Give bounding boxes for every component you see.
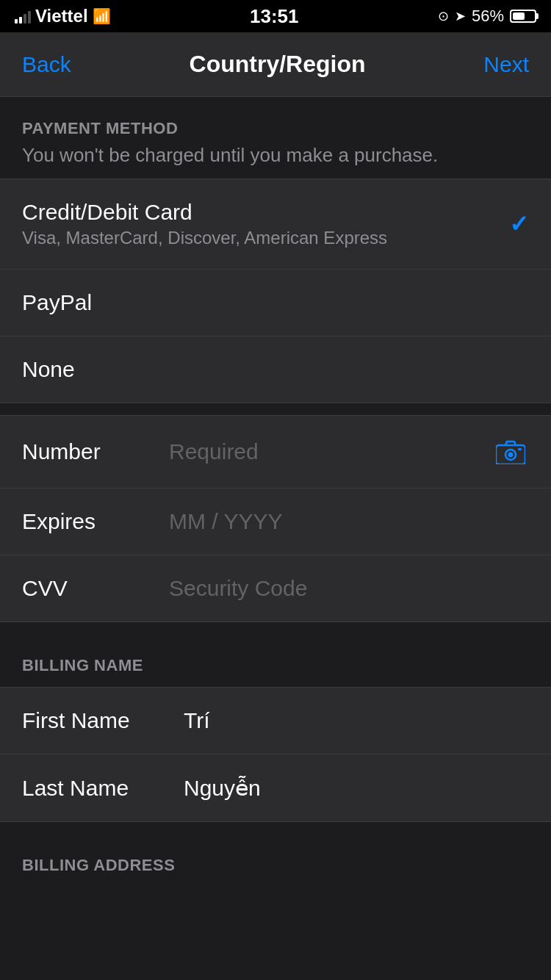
card-expires-input[interactable]: MM / YYYY	[154, 509, 529, 534]
billing-name-title: BILLING NAME	[22, 656, 529, 675]
credit-card-info: Credit/Debit Card Visa, MasterCard, Disc…	[22, 200, 387, 248]
nav-title: Country/Region	[190, 51, 366, 78]
paypal-title: PayPal	[22, 290, 92, 315]
next-button[interactable]: Next	[483, 52, 529, 77]
card-expires-label: Expires	[22, 509, 154, 534]
card-cvv-label: CVV	[22, 576, 154, 601]
payment-method-title: PAYMENT METHOD	[22, 119, 529, 138]
svg-rect-3	[518, 448, 522, 450]
card-cvv-row[interactable]: CVV Security Code	[0, 555, 551, 621]
battery-icon	[510, 10, 536, 23]
back-button[interactable]: Back	[22, 52, 71, 77]
card-number-row[interactable]: Number Required	[0, 416, 551, 489]
last-name-row[interactable]: Last Name Nguyễn	[0, 754, 551, 821]
credit-card-subtitle: Visa, MasterCard, Discover, American Exp…	[22, 228, 387, 248]
first-name-row[interactable]: First Name Trí	[0, 688, 551, 754]
none-title: None	[22, 357, 75, 382]
wifi-icon: 📶	[93, 7, 111, 25]
card-fields-group: Number Required Expires MM / YYYY CVV Se…	[0, 415, 551, 622]
billing-name-fields: First Name Trí Last Name Nguyễn	[0, 687, 551, 822]
credit-card-checkmark: ✓	[509, 210, 529, 238]
nav-bar: Back Country/Region Next	[0, 32, 551, 97]
card-number-label: Number	[22, 439, 154, 464]
first-name-label: First Name	[22, 708, 169, 733]
signal-icon	[15, 9, 31, 24]
paypal-info: PayPal	[22, 290, 92, 315]
last-name-value[interactable]: Nguyễn	[169, 775, 529, 801]
svg-point-2	[508, 453, 514, 458]
first-name-value[interactable]: Trí	[169, 708, 529, 733]
billing-address-title: BILLING ADDRESS	[22, 856, 529, 875]
payment-options-list: Credit/Debit Card Visa, MasterCard, Disc…	[0, 179, 551, 403]
carrier-label: Viettel	[35, 6, 88, 26]
last-name-label: Last Name	[22, 776, 169, 801]
credit-card-title: Credit/Debit Card	[22, 200, 387, 225]
battery-percent: 56%	[472, 7, 504, 26]
time-label: 13:51	[250, 5, 299, 28]
billing-name-header: BILLING NAME	[0, 634, 551, 687]
card-number-input[interactable]: Required	[154, 439, 492, 464]
payment-method-subtitle: You won't be charged until you make a pu…	[22, 144, 529, 167]
gps-icon: ➤	[455, 8, 466, 24]
status-bar: Viettel 📶 13:51 ⊙ ➤ 56%	[0, 0, 551, 32]
payment-option-credit-card[interactable]: Credit/Debit Card Visa, MasterCard, Disc…	[0, 179, 551, 270]
payment-method-header: PAYMENT METHOD You won't be charged unti…	[0, 97, 551, 179]
payment-option-none[interactable]: None	[0, 336, 551, 403]
none-info: None	[22, 357, 75, 382]
card-expires-row[interactable]: Expires MM / YYYY	[0, 489, 551, 555]
billing-address-header: BILLING ADDRESS	[0, 834, 551, 887]
status-left: Viettel 📶	[15, 6, 111, 26]
location-icon: ⊙	[438, 8, 449, 24]
status-right: ⊙ ➤ 56%	[438, 7, 536, 26]
payment-option-paypal[interactable]: PayPal	[0, 270, 551, 336]
card-cvv-input[interactable]: Security Code	[154, 576, 529, 601]
camera-scan-button[interactable]	[492, 436, 529, 467]
